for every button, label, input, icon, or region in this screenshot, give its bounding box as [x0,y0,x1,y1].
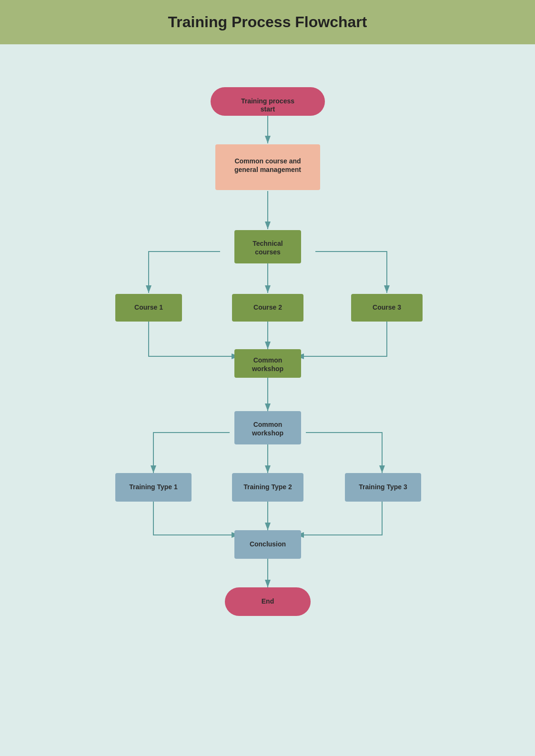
node-conclusion-label: Conclusion [249,540,285,548]
node-course2-label: Course 2 [253,303,282,311]
node-course3-label: Course 3 [373,303,401,311]
node-common-course-label1: Common course and [234,157,301,165]
node-training-type2-label: Training Type 2 [243,483,292,491]
node-technical-label1: Technical [252,240,283,247]
node-training-type3-label: Training Type 3 [359,483,407,491]
node-start-label2: start [260,105,275,113]
node-common-workshop-green-label2: workshop [251,365,283,373]
node-course1-label: Course 1 [134,303,163,311]
node-end-label: End [261,597,273,605]
node-common-course-label2: general management [234,166,301,173]
flowchart-container: Training process start Common course and… [0,44,535,756]
node-common-workshop-blue-label2: workshop [251,429,283,437]
page-title: Training Process Flowchart [0,13,535,31]
node-common-workshop-green-label1: Common [253,356,282,364]
node-start-label: Training process [241,97,294,105]
flowchart-svg: Training process start Common course and… [53,63,482,740]
page-header: Training Process Flowchart [0,0,535,44]
node-common-workshop-blue-label1: Common [253,421,282,428]
node-training-type1-label: Training Type 1 [129,483,178,491]
node-technical-label2: courses [255,248,281,256]
